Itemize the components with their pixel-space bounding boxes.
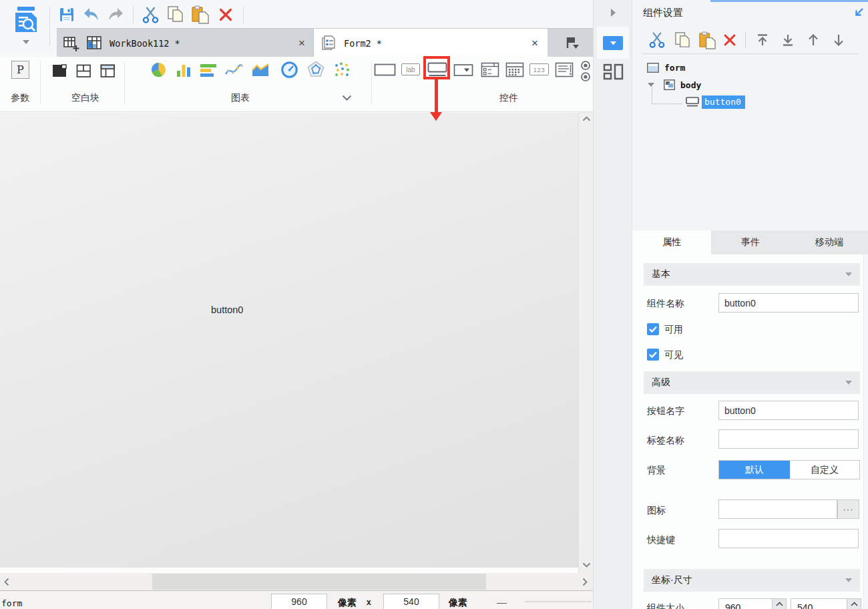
widget-label-button[interactable]: lab	[401, 63, 420, 75]
spinner-up-button[interactable]	[847, 599, 861, 609]
bg-custom-option[interactable]: 自定义	[790, 461, 859, 479]
hscroll-thumb[interactable]	[152, 574, 486, 590]
times-label: x	[367, 598, 371, 607]
scroll-right-button[interactable]	[578, 573, 592, 590]
height-spinner[interactable]: 540	[791, 598, 861, 609]
icon-input[interactable]	[718, 499, 837, 519]
spinner-up-button[interactable]	[772, 599, 786, 609]
tab-close-icon[interactable]: ×	[531, 37, 538, 49]
tree-node-body[interactable]: body	[632, 76, 868, 93]
panel-scrollbar-gutter[interactable]	[863, 254, 868, 609]
panel-cut-button[interactable]	[647, 30, 667, 50]
canvas-vscrollbar[interactable]	[578, 112, 593, 573]
move-to-top-button[interactable]	[754, 31, 771, 49]
widget-textfield-button[interactable]	[373, 62, 396, 77]
group-label-parameter: 参数	[0, 92, 40, 104]
save-button[interactable]	[57, 5, 76, 24]
tree-expander-icon[interactable]	[648, 83, 654, 87]
block-split-button[interactable]	[75, 61, 93, 79]
tab-switch-button[interactable]	[562, 34, 583, 53]
cut-button[interactable]	[140, 5, 160, 25]
section-coords-size[interactable]: 坐标·尺寸	[644, 569, 860, 592]
enabled-checkbox[interactable]	[647, 323, 659, 335]
active-widget-tool[interactable]	[597, 27, 629, 59]
widget-tree-button[interactable]	[480, 61, 499, 77]
chart-radar-button[interactable]	[306, 59, 325, 79]
chart-line-button[interactable]	[224, 61, 244, 78]
charts-expand-button[interactable]	[338, 91, 355, 104]
icon-browse-button[interactable]: ···	[837, 499, 859, 519]
visible-checkbox[interactable]	[647, 349, 659, 361]
parameter-pane-button[interactable]: P	[11, 61, 29, 79]
chart-bar-button[interactable]	[198, 61, 218, 78]
widget-number-button[interactable]: 123	[529, 63, 549, 75]
form-height-input[interactable]	[383, 594, 439, 609]
panel-paste-button[interactable]	[696, 30, 718, 50]
radar-chart-icon	[306, 60, 325, 79]
undo-button[interactable]	[81, 6, 101, 23]
widget-name-input[interactable]	[718, 293, 859, 313]
app-menu-caret-icon	[23, 40, 29, 44]
chart-pie-button[interactable]	[149, 60, 168, 79]
tree-node-button0[interactable]: button0	[632, 93, 868, 111]
scroll-up-button[interactable]	[579, 112, 594, 126]
ribbon-divider	[371, 61, 372, 104]
tab-properties[interactable]: 属性	[632, 230, 711, 254]
copy-icon	[674, 31, 692, 49]
copy-button[interactable]	[165, 5, 186, 25]
section-advanced[interactable]: 高级	[644, 371, 860, 394]
bg-default-option[interactable]: 默认	[719, 461, 790, 479]
move-to-bottom-button[interactable]	[779, 31, 797, 49]
widget-textarea-button[interactable]	[554, 61, 574, 77]
tab-close-icon[interactable]: ×	[298, 37, 305, 49]
zoom-slider-track[interactable]	[525, 601, 592, 602]
tab-events[interactable]: 事件	[711, 230, 790, 255]
hotkey-input[interactable]	[718, 529, 859, 548]
tab-mobile[interactable]: 移动端	[790, 230, 868, 255]
layout-tool-button[interactable]	[602, 61, 625, 81]
group-label-blocks: 空白块	[47, 92, 124, 104]
tree-node-form[interactable]: form	[632, 59, 868, 76]
widget-combobox-button[interactable]	[453, 63, 473, 77]
tree-node-label-selected: button0	[702, 95, 745, 109]
chart-scatter-button[interactable]	[333, 60, 351, 79]
form-width-input[interactable]	[271, 594, 327, 609]
width-spinner[interactable]: 960	[718, 598, 787, 609]
tag-name-input[interactable]	[718, 429, 859, 449]
annotation-highlight-box	[423, 56, 450, 79]
section-basic[interactable]: 基本	[644, 263, 860, 286]
new-worksheet-button[interactable]	[61, 34, 81, 53]
panel-top-accent	[710, 0, 868, 2]
block-report-button[interactable]	[51, 61, 69, 79]
panel-copy-button[interactable]	[672, 30, 693, 50]
scroll-down-button[interactable]	[579, 558, 594, 572]
block-table-button[interactable]	[99, 61, 117, 79]
delete-button[interactable]	[216, 5, 235, 24]
redo-button[interactable]	[105, 6, 126, 23]
statusbar-sheet-label: form	[1, 598, 22, 608]
chart-gauge-button[interactable]	[280, 60, 298, 79]
dock-panel-button[interactable]	[850, 4, 867, 21]
panel-delete-button[interactable]	[720, 31, 739, 49]
tab-form2[interactable]: Form2 * ×	[314, 29, 548, 57]
canvas-hscrollbar[interactable]	[0, 573, 593, 590]
widget-datepicker-button[interactable]	[505, 61, 524, 77]
zoom-out-button[interactable]: —	[497, 596, 507, 608]
move-down-button[interactable]	[830, 31, 847, 49]
layout-blocks-icon	[603, 63, 624, 81]
chart-column-button[interactable]	[174, 61, 193, 79]
scroll-left-button[interactable]	[0, 573, 13, 590]
canvas-button-widget[interactable]: button0	[211, 304, 243, 315]
tab-workbook112[interactable]: WorkBook112 * ×	[82, 29, 314, 57]
move-up-button[interactable]	[805, 31, 822, 49]
design-canvas[interactable]: button0	[0, 112, 578, 568]
chart-area-button[interactable]	[250, 61, 270, 78]
toolbar-divider	[243, 6, 244, 23]
app-menu-button[interactable]	[8, 3, 44, 47]
collapse-panel-button[interactable]	[602, 4, 624, 21]
panel-toolbar-underline	[642, 53, 859, 54]
button-name-input[interactable]	[718, 401, 859, 420]
widget-radiogroup-button[interactable]	[579, 59, 592, 83]
move-top-icon	[755, 33, 770, 47]
paste-button[interactable]	[190, 5, 211, 25]
